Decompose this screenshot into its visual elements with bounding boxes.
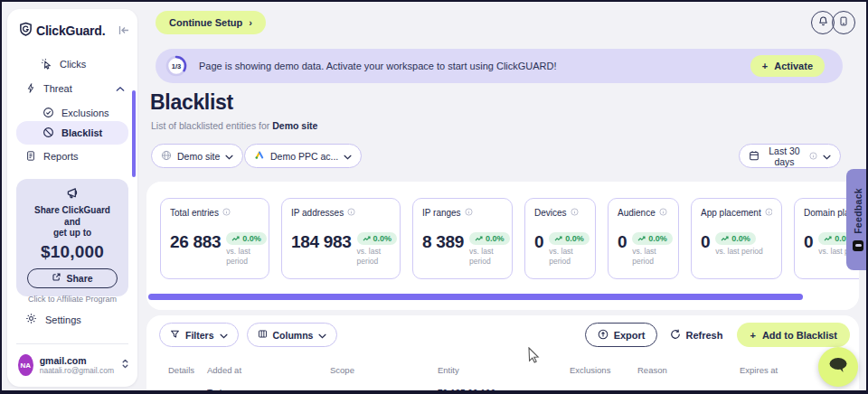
filters-button[interactable]: Filters [159,323,239,347]
sidebar-item-clicks[interactable]: Clicks [41,54,127,74]
nav-label: Blacklist [61,127,102,138]
logo-text: ClickGuard. [36,23,105,38]
stat-card-devices: Devices 0 0.0% vs. last period [524,198,596,279]
feedback-tab[interactable]: Feedback [846,169,866,270]
export-button[interactable]: Export [585,323,658,347]
stat-label: Total entries [170,208,219,218]
filters-label: Filters [185,330,214,341]
chevron-down-icon [318,330,326,341]
sidebar: ClickGuard. Clicks Threat [7,9,137,387]
funnel-icon [170,329,180,341]
add-to-blacklist-button[interactable]: + Add to Blacklist [737,323,850,347]
page-subtitle: List of blacklisted entities for Demo si… [151,120,317,131]
chevron-right-icon: › [249,17,252,28]
stat-label: Audience [618,208,656,218]
ppc-account-value: Demo PPC ac... [270,151,338,162]
stat-value: 184 983 [291,232,352,252]
trend-badge: 0.0% [469,232,510,245]
refresh-button[interactable]: Refresh [670,329,722,342]
continue-setup-label: Continue Setup [169,17,242,28]
site-selector-value: Demo site [177,151,220,162]
trend-value: 0.0% [486,234,505,243]
columns-label: Columns [273,330,314,341]
plus-icon: + [762,61,768,71]
sidebar-item-blacklist[interactable]: Blacklist [16,121,128,145]
sidebar-scrollbar[interactable] [132,90,136,177]
progress-label: 1/3 [165,55,187,77]
refresh-label: Refresh [685,330,722,341]
col-entity[interactable]: Entity [438,365,459,375]
stat-label: Devices [534,208,567,218]
affiliate-promo-card[interactable]: Share ClickGuard and get up to $10,000 S… [16,179,128,296]
ppc-account-selector[interactable]: Demo PPC ac... [244,144,362,168]
table-toolbar: Filters Columns Export Refre [159,323,850,347]
col-expires-at[interactable]: Expires at [740,365,778,375]
blacklist-table-panel: Filters Columns Export Refre [146,315,859,390]
sidebar-item-settings[interactable]: Settings [25,313,81,326]
sidebar-item-reports[interactable]: Reports [25,146,125,166]
export-label: Export [614,330,646,341]
bell-icon [817,15,829,30]
columns-button[interactable]: Columns [247,323,338,347]
trend-value: 0.0% [373,234,392,243]
stat-label: IP ranges [422,208,461,218]
activate-label: Activate [774,61,813,71]
info-icon [571,208,579,218]
subtitle-site: Demo site [272,120,317,131]
google-ads-icon [254,150,265,162]
stat-value: 26 883 [170,232,221,252]
nav-label: Threat [43,83,72,94]
cell-entity: 79.125.99.100 [438,389,495,390]
site-selector[interactable]: Demo site [151,144,243,168]
stat-card-total-entries: Total entries 26 883 0.0% vs. last perio… [160,198,269,279]
chevron-down-icon [225,151,233,162]
nav-label: Clicks [60,59,86,70]
info-icon [659,208,667,218]
stat-vs-label: vs. last period [715,247,762,257]
setup-progress-ring: 1/3 [165,55,187,77]
user-account[interactable]: NA gmail.com naatali.ro@gmail.com [18,354,130,376]
trend-badge: 0.0% [226,232,267,245]
logo: ClickGuard. [19,22,130,40]
stat-value: 0 [701,232,710,252]
document-icon [25,150,36,164]
chevron-down-icon [220,330,228,341]
col-added-at[interactable]: Added at [207,365,241,375]
col-reason[interactable]: Reason [637,365,667,375]
cell-added-at: Today [207,389,231,390]
date-range-selector[interactable]: Last 30 days [739,144,841,168]
sidebar-item-exclusions[interactable]: Exclusions [42,103,127,123]
subtitle-prefix: List of blacklisted entities for [151,120,272,131]
settings-label: Settings [45,314,81,325]
sidebar-item-threat[interactable]: Threat [25,79,125,98]
book-icon [838,15,849,30]
chevron-up-icon [116,83,125,94]
col-details[interactable]: Details [168,365,194,375]
nav-label: Exclusions [61,108,109,118]
table-header-row: Details Added at Scope Entity Exclusions… [146,365,859,383]
chat-launcher-button[interactable] [818,347,858,387]
continue-setup-button[interactable]: Continue Setup › [156,11,266,34]
account-switcher-icon[interactable] [120,357,130,373]
trend-badge: 0.0% [632,232,673,245]
share-button[interactable]: Share [27,268,118,288]
page-title: Blacklist [150,90,233,115]
mouse-cursor [528,347,542,368]
activate-button[interactable]: + Activate [750,55,825,77]
sidebar-collapse-icon[interactable] [118,25,130,37]
date-range-value: Last 30 days [765,145,804,167]
feedback-label: Feedback [853,188,863,234]
horizontal-scrollbar[interactable] [148,294,803,300]
promo-footer: Click to Affiliate Program [16,295,128,304]
stat-card-ip-addresses: IP addresses 184 983 0.0% vs. last perio… [281,198,401,279]
knowledge-base-button[interactable] [832,11,855,34]
stat-vs-label: vs. last period [357,247,391,267]
col-exclusions[interactable]: Exclusions [570,365,610,375]
stat-value: 0 [618,232,627,252]
stat-vs-label: vs. last period [549,247,586,267]
plus-icon: + [750,330,755,341]
sidebar-divider [16,343,128,344]
info-icon [465,208,473,218]
info-icon [222,208,231,218]
col-scope[interactable]: Scope [330,365,354,375]
